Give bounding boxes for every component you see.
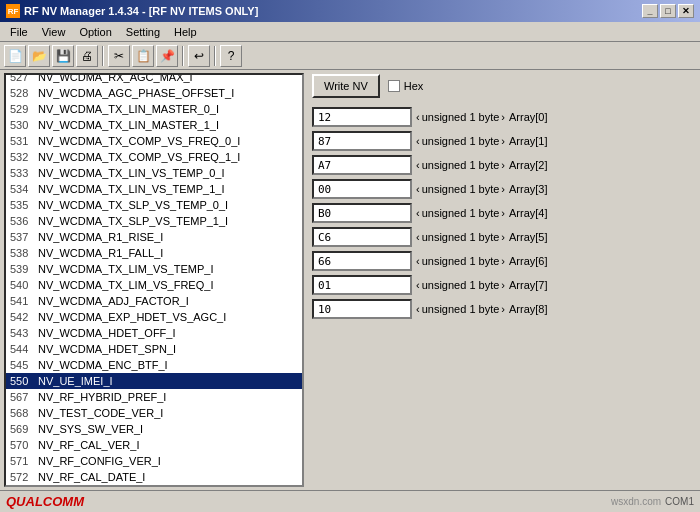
list-item[interactable]: 536NV_WCDMA_TX_SLP_VS_TEMP_1_I (6, 213, 302, 229)
list-item[interactable]: 532NV_WCDMA_TX_COMP_VS_FREQ_1_I (6, 149, 302, 165)
array-value-input[interactable] (312, 155, 412, 175)
chevron-left-icon: ‹ (416, 231, 420, 243)
list-item-name: NV_WCDMA_TX_LIN_VS_TEMP_0_I (38, 167, 224, 179)
list-item[interactable]: 534NV_WCDMA_TX_LIN_VS_TEMP_1_I (6, 181, 302, 197)
toolbar-cut[interactable]: ✂ (108, 45, 130, 67)
list-item[interactable]: 533NV_WCDMA_TX_LIN_VS_TEMP_0_I (6, 165, 302, 181)
menu-view[interactable]: View (36, 25, 72, 39)
toolbar-paste[interactable]: 📌 (156, 45, 178, 67)
list-item[interactable]: 530NV_WCDMA_TX_LIN_MASTER_1_I (6, 117, 302, 133)
list-item-name: NV_RF_HYBRID_PREF_I (38, 391, 166, 403)
list-item-name: NV_WCDMA_TX_SLP_VS_TEMP_0_I (38, 199, 228, 211)
list-item[interactable]: 540NV_WCDMA_TX_LIM_VS_FREQ_I (6, 277, 302, 293)
window-title: RF NV Manager 1.4.34 - [RF NV ITEMS ONLY… (24, 5, 258, 17)
chevron-right-icon: › (501, 279, 505, 291)
list-item-name: NV_RF_CAL_DATE_I (38, 471, 145, 483)
chevron-right-icon: › (501, 231, 505, 243)
list-item[interactable]: 538NV_WCDMA_R1_FALL_I (6, 245, 302, 261)
list-item[interactable]: 567NV_RF_HYBRID_PREF_I (6, 389, 302, 405)
close-button[interactable]: ✕ (678, 4, 694, 18)
array-value-input[interactable] (312, 107, 412, 127)
list-item[interactable]: 527NV_WCDMA_RX_AGC_MAX_I (6, 75, 302, 85)
minimize-button[interactable]: _ (642, 4, 658, 18)
array-index-label: Array[4] (509, 207, 569, 219)
array-row: ‹ unsigned 1 byte ›Array[2] (312, 154, 694, 176)
toolbar-undo[interactable]: ↩ (188, 45, 210, 67)
menu-help[interactable]: Help (168, 25, 203, 39)
nv-list-panel: 521NV_WCDMA_IM_LEVEL_I522NV_WCDMA_NONBYP… (4, 73, 304, 487)
list-item[interactable]: 550NV_UE_IMEI_I (6, 373, 302, 389)
list-item[interactable]: 543NV_WCDMA_HDET_OFF_I (6, 325, 302, 341)
list-item-num: 535 (10, 199, 38, 211)
hex-label: Hex (404, 80, 424, 92)
list-item[interactable]: 539NV_WCDMA_TX_LIM_VS_TEMP_I (6, 261, 302, 277)
toolbar-open[interactable]: 📂 (28, 45, 50, 67)
list-item-num: 569 (10, 423, 38, 435)
list-item-num: 527 (10, 75, 38, 83)
toolbar-help[interactable]: ? (220, 45, 242, 67)
list-item-num: 571 (10, 455, 38, 467)
list-item[interactable]: 568NV_TEST_CODE_VER_I (6, 405, 302, 421)
list-item-num: 572 (10, 471, 38, 483)
list-item[interactable]: 535NV_WCDMA_TX_SLP_VS_TEMP_0_I (6, 197, 302, 213)
array-value-input[interactable] (312, 131, 412, 151)
array-index-label: Array[2] (509, 159, 569, 171)
maximize-button[interactable]: □ (660, 4, 676, 18)
list-item-name: NV_WCDMA_TX_LIM_VS_FREQ_I (38, 279, 213, 291)
list-item-num: 541 (10, 295, 38, 307)
list-item-num: 568 (10, 407, 38, 419)
list-item[interactable]: 571NV_RF_CONFIG_VER_I (6, 453, 302, 469)
window-controls: _ □ ✕ (642, 4, 694, 18)
toolbar-sep-1 (102, 46, 104, 66)
list-item[interactable]: 542NV_WCDMA_EXP_HDET_VS_AGC_I (6, 309, 302, 325)
array-index-label: Array[8] (509, 303, 569, 315)
list-item-name: NV_WCDMA_TX_LIN_MASTER_1_I (38, 119, 219, 131)
list-item-num: 534 (10, 183, 38, 195)
list-item-name: NV_RF_CAL_VER_I (38, 439, 140, 451)
menu-setting[interactable]: Setting (120, 25, 166, 39)
list-item[interactable]: 569NV_SYS_SW_VER_I (6, 421, 302, 437)
list-item-name: NV_WCDMA_R1_RISE_I (38, 231, 163, 243)
array-row: ‹ unsigned 1 byte ›Array[1] (312, 130, 694, 152)
hex-checkbox[interactable] (388, 80, 400, 92)
toolbar-save[interactable]: 💾 (52, 45, 74, 67)
toolbar-copy[interactable]: 📋 (132, 45, 154, 67)
toolbar-new[interactable]: 📄 (4, 45, 26, 67)
list-item[interactable]: 528NV_WCDMA_AGC_PHASE_OFFSET_I (6, 85, 302, 101)
list-item[interactable]: 537NV_WCDMA_R1_RISE_I (6, 229, 302, 245)
list-item-name: NV_WCDMA_TX_SLP_VS_TEMP_1_I (38, 215, 228, 227)
status-com: COM1 (665, 496, 694, 507)
list-item-num: 567 (10, 391, 38, 403)
list-item[interactable]: 572NV_RF_CAL_DATE_I (6, 469, 302, 485)
list-item[interactable]: 570NV_RF_CAL_VER_I (6, 437, 302, 453)
menu-option[interactable]: Option (73, 25, 117, 39)
list-item[interactable]: 531NV_WCDMA_TX_COMP_VS_FREQ_0_I (6, 133, 302, 149)
chevron-right-icon: › (501, 303, 505, 315)
nv-list[interactable]: 521NV_WCDMA_IM_LEVEL_I522NV_WCDMA_NONBYP… (6, 75, 302, 485)
array-value-input[interactable] (312, 275, 412, 295)
status-watermark: wsxdn.com (611, 496, 661, 507)
toolbar: 📄 📂 💾 🖨 ✂ 📋 📌 ↩ ? (0, 42, 700, 70)
array-value-input[interactable] (312, 299, 412, 319)
list-item[interactable]: 545NV_WCDMA_ENC_BTF_I (6, 357, 302, 373)
array-row: ‹ unsigned 1 byte ›Array[7] (312, 274, 694, 296)
array-type-label: ‹ unsigned 1 byte › (416, 279, 505, 291)
array-value-input[interactable] (312, 251, 412, 271)
write-nv-button[interactable]: Write NV (312, 74, 380, 98)
chevron-right-icon: › (501, 207, 505, 219)
list-item[interactable]: 541NV_WCDMA_ADJ_FACTOR_I (6, 293, 302, 309)
toolbar-print[interactable]: 🖨 (76, 45, 98, 67)
menu-file[interactable]: File (4, 25, 34, 39)
right-top-controls: Write NV Hex (312, 74, 694, 98)
list-item[interactable]: 529NV_WCDMA_TX_LIN_MASTER_0_I (6, 101, 302, 117)
array-index-label: Array[1] (509, 135, 569, 147)
app-icon: RF (6, 4, 20, 18)
array-value-input[interactable] (312, 179, 412, 199)
list-item[interactable]: 544NV_WCDMA_HDET_SPN_I (6, 341, 302, 357)
list-item-name: NV_WCDMA_HDET_OFF_I (38, 327, 176, 339)
list-item-name: NV_WCDMA_TX_LIN_VS_TEMP_1_I (38, 183, 224, 195)
array-value-input[interactable] (312, 203, 412, 223)
toolbar-sep-3 (214, 46, 216, 66)
array-value-input[interactable] (312, 227, 412, 247)
list-item-name: NV_RF_CONFIG_VER_I (38, 455, 161, 467)
